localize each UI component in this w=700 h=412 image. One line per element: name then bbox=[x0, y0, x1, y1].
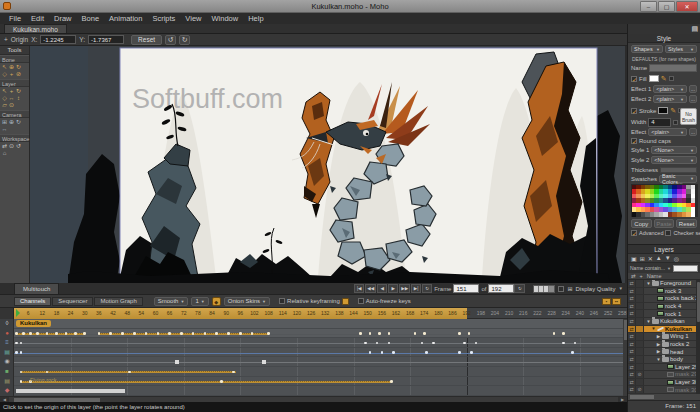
layer-visibility-toggle[interactable] bbox=[636, 348, 644, 355]
fill-checkbox[interactable] bbox=[631, 76, 637, 82]
timeline-tab-channels[interactable]: Channels bbox=[14, 297, 51, 306]
timeline-vscrollbar[interactable] bbox=[623, 319, 627, 396]
menu-file[interactable]: File bbox=[4, 14, 26, 23]
translate-layer-icon[interactable]: + bbox=[8, 88, 15, 95]
next-keyframe-icon[interactable]: ▶| bbox=[411, 284, 421, 293]
point-motion-channel-icon[interactable]: ≡ bbox=[0, 338, 14, 348]
menu-bone[interactable]: Bone bbox=[77, 14, 105, 23]
layer-animate-toggle[interactable]: ⇄ bbox=[628, 348, 636, 355]
layer-expand-caret-icon[interactable]: ▼ bbox=[656, 357, 661, 362]
reset-style-button[interactable]: Reset bbox=[676, 219, 697, 228]
layer-row-kukulkan[interactable]: ⇄▼Kukulkan bbox=[628, 318, 700, 326]
keyframe-dot[interactable] bbox=[15, 332, 18, 335]
keyframe-dot[interactable] bbox=[36, 332, 39, 335]
loop-icon[interactable]: ↻ bbox=[422, 284, 432, 293]
layer-visibility-toggle[interactable] bbox=[636, 295, 644, 302]
translate-bone-icon[interactable]: ⊕ bbox=[8, 64, 15, 71]
frame-ruler[interactable]: 6121824303642485460667278849096102108114… bbox=[14, 308, 627, 319]
layer-animate-toggle[interactable]: ⇄ bbox=[628, 288, 636, 295]
layer-row-layer-29[interactable]: ⇄Layer 29 bbox=[628, 364, 700, 372]
layers-scrollbar[interactable] bbox=[696, 280, 700, 394]
origin-y-input[interactable]: -1.7367 bbox=[88, 35, 124, 44]
add-range-marker-icon[interactable]: ▪▪ bbox=[612, 298, 621, 305]
layer-expand-caret-icon[interactable]: ▼ bbox=[646, 319, 651, 324]
layer-visibility-toggle[interactable] bbox=[636, 326, 644, 333]
prev-keyframe-icon[interactable]: ◀◀ bbox=[365, 284, 376, 293]
menu-draw[interactable]: Draw bbox=[49, 14, 77, 23]
transform-layer-icon[interactable]: ↖ bbox=[1, 88, 8, 95]
relative-keyframing-icon[interactable] bbox=[342, 298, 349, 305]
zoom-camera-icon[interactable]: ⊕ bbox=[8, 119, 15, 126]
bone-channel-icon[interactable]: ◊ bbox=[0, 319, 14, 329]
stroke-eyedropper-icon[interactable]: ✎ bbox=[670, 107, 676, 115]
scale-channel-icon[interactable]: ■ bbox=[0, 367, 14, 377]
keyframe-dot[interactable] bbox=[215, 332, 218, 335]
keyframe-dot[interactable] bbox=[29, 332, 32, 335]
canvas-viewport[interactable]: Softbuff.com bbox=[30, 46, 625, 283]
fill-color-swatch[interactable] bbox=[649, 75, 659, 82]
menu-animation[interactable]: Animation bbox=[104, 14, 147, 23]
play-marker-icon[interactable] bbox=[16, 309, 20, 317]
layer-visibility-toggle[interactable] bbox=[636, 341, 644, 348]
layer-row-mask-29[interactable]: ⇄⊘mask 29 bbox=[628, 371, 700, 379]
keyframe-dot[interactable] bbox=[83, 332, 86, 335]
keyframe-dot[interactable] bbox=[423, 332, 426, 335]
stroke-color-swatch[interactable] bbox=[658, 107, 668, 114]
move-layer-down-icon[interactable]: ▼ bbox=[665, 255, 671, 261]
display-quality-label[interactable]: Display Quality bbox=[576, 286, 616, 292]
layer-row-rock-1[interactable]: ⇄rock 1 bbox=[628, 310, 700, 318]
rotate-bone-icon[interactable]: ↻ bbox=[15, 64, 22, 71]
layer-visibility-toggle[interactable] bbox=[636, 280, 644, 287]
layer-row-rocks-back-2[interactable]: ⇄rocks back 2 bbox=[628, 295, 700, 303]
keyframe-dot[interactable] bbox=[468, 332, 471, 335]
smooth-dropdown[interactable]: Smooth bbox=[154, 297, 189, 306]
keyframe-dot[interactable] bbox=[364, 342, 367, 345]
keyframe-dot[interactable] bbox=[128, 371, 131, 374]
layer-row-body[interactable]: ⇄▼body bbox=[628, 356, 700, 364]
channel-row[interactable]: Kukulkan bbox=[14, 319, 627, 329]
layer-visibility-toggle[interactable] bbox=[636, 310, 644, 317]
transform-channel-icon[interactable]: ● bbox=[0, 329, 14, 339]
keyframe-dot[interactable] bbox=[571, 351, 574, 354]
track-camera-icon[interactable]: ⊞ bbox=[1, 119, 8, 126]
layer-row-layer-30[interactable]: ⇄Layer 30 bbox=[628, 379, 700, 387]
keyframe-segment[interactable] bbox=[99, 333, 269, 335]
keyframe-dot[interactable] bbox=[121, 332, 124, 335]
keyframe-dot[interactable] bbox=[553, 332, 556, 335]
quality-segment-control[interactable] bbox=[533, 285, 555, 293]
layer-visibility-toggle[interactable] bbox=[636, 379, 644, 386]
style-name-input[interactable] bbox=[649, 64, 697, 72]
quality-checkbox[interactable] bbox=[558, 286, 564, 292]
layer-animate-toggle[interactable]: ⇄ bbox=[628, 326, 636, 333]
scale-layer-icon[interactable]: ◇ bbox=[1, 95, 8, 102]
timeline-tab-sequencer[interactable]: Sequencer bbox=[52, 297, 93, 306]
maximize-icon[interactable]: ▢ bbox=[658, 1, 675, 12]
home-workspace-icon[interactable]: ⌂ bbox=[1, 150, 8, 157]
effect2-options-button[interactable]: ... bbox=[689, 95, 697, 103]
advanced-checkbox[interactable] bbox=[631, 230, 637, 236]
total-frames-input[interactable]: 192 bbox=[488, 284, 514, 293]
menu-help[interactable]: Help bbox=[243, 14, 268, 23]
layer-expand-caret-icon[interactable]: ▶ bbox=[656, 334, 661, 339]
keyframe-dot[interactable] bbox=[22, 332, 25, 335]
effect1-options-button[interactable]: ... bbox=[689, 85, 697, 93]
layer-expand-caret-icon[interactable]: ▼ bbox=[646, 281, 651, 286]
audio-channel-icon[interactable]: ◆ bbox=[0, 386, 14, 396]
channel-row[interactable] bbox=[14, 367, 627, 377]
scale-bone-icon[interactable]: ◇ bbox=[1, 71, 8, 78]
layer-expand-caret-icon[interactable]: ▼ bbox=[651, 326, 656, 331]
redo-icon[interactable]: ↻ bbox=[179, 35, 190, 45]
keyframe-square[interactable] bbox=[175, 360, 179, 364]
keyframe-dot[interactable] bbox=[227, 332, 230, 335]
panel-dock-icon[interactable]: ▤ bbox=[691, 25, 698, 33]
multitouch-tab[interactable]: Multitouch bbox=[14, 283, 59, 294]
document-tab[interactable]: Kukulkan.moho bbox=[4, 24, 67, 33]
zoom-workspace-icon[interactable]: ⊙ bbox=[8, 143, 15, 150]
layer-order-channel-icon[interactable]: ▤ bbox=[0, 377, 14, 387]
add-marker-icon[interactable]: ▪ bbox=[602, 298, 611, 305]
keyframe-dot[interactable] bbox=[562, 342, 565, 345]
layer-visibility-toggle[interactable] bbox=[636, 333, 644, 340]
paste-style-button[interactable]: Paste bbox=[654, 219, 675, 228]
effect1-dropdown[interactable]: <plain> bbox=[653, 85, 687, 93]
auto-freeze-checkbox[interactable] bbox=[358, 298, 364, 304]
